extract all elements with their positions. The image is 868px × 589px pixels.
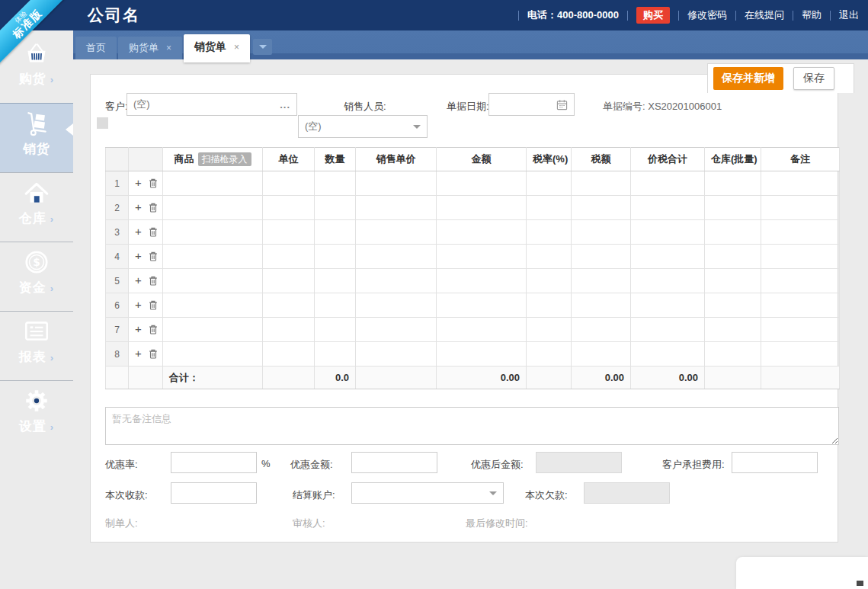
grid-cell[interactable] (437, 171, 527, 196)
corner-widget-panel[interactable] (736, 557, 868, 589)
close-tab-icon[interactable]: × (234, 42, 239, 53)
grid-cell[interactable] (761, 318, 840, 342)
grid-cell[interactable] (572, 293, 631, 318)
tab-list-dropdown[interactable] (253, 39, 272, 55)
sidebar-item-funds[interactable]: $资金› (0, 242, 73, 311)
add-row-icon[interactable]: + (135, 347, 142, 360)
grid-cell[interactable] (761, 342, 840, 367)
scan-gun-entry-button[interactable]: 扫描枪录入 (198, 152, 251, 166)
sidebar-item-reports[interactable]: 报表› (0, 311, 73, 380)
grid-cell[interactable] (263, 220, 315, 245)
grid-cell[interactable] (315, 220, 356, 245)
grid-cell[interactable] (705, 196, 761, 220)
grid-cell[interactable] (572, 342, 631, 367)
grid-cell[interactable] (315, 269, 356, 293)
add-row-icon[interactable]: + (135, 249, 142, 262)
sidebar-item-warehouse[interactable]: 仓库› (0, 172, 73, 242)
grid-cell[interactable] (356, 220, 437, 245)
discount-rate-input[interactable] (171, 452, 257, 473)
grid-cell[interactable] (527, 220, 572, 245)
grid-cell[interactable] (437, 245, 527, 269)
close-tab-icon[interactable]: × (166, 43, 171, 53)
grid-cell[interactable] (437, 318, 527, 342)
add-row-icon[interactable]: + (135, 322, 142, 335)
grid-cell[interactable] (163, 220, 263, 245)
received-input[interactable] (171, 482, 257, 504)
delete-row-icon[interactable] (149, 227, 158, 239)
grid-cell[interactable] (631, 293, 705, 318)
grid-cell[interactable] (356, 293, 437, 318)
grid-cell[interactable] (163, 245, 263, 269)
grid-cell[interactable] (163, 318, 263, 342)
add-row-icon[interactable]: + (135, 274, 142, 286)
grid-cell[interactable] (705, 293, 761, 318)
delete-row-icon[interactable] (149, 276, 158, 288)
grid-cell[interactable] (572, 269, 631, 293)
grid-cell[interactable] (437, 196, 527, 220)
grid-cell[interactable] (315, 245, 356, 269)
grid-cell[interactable] (527, 269, 572, 293)
add-row-icon[interactable]: + (135, 298, 142, 311)
grid-cell[interactable] (163, 269, 263, 293)
grid-cell[interactable] (705, 245, 761, 269)
grid-cell[interactable] (163, 342, 263, 367)
add-row-icon[interactable]: + (135, 225, 142, 238)
grid-cell[interactable] (572, 245, 631, 269)
widget-grip-icon[interactable] (857, 581, 863, 586)
grid-cell[interactable] (761, 293, 840, 318)
grid-cell[interactable] (263, 293, 315, 318)
grid-cell[interactable] (263, 171, 315, 196)
buy-button[interactable]: 购买 (636, 7, 670, 24)
grid-cell[interactable] (572, 220, 631, 245)
grid-cell[interactable] (315, 342, 356, 367)
grid-cell[interactable] (705, 342, 761, 367)
grid-cell[interactable] (631, 171, 705, 196)
sidebar-item-sales[interactable]: 销货 (0, 103, 73, 172)
document-date-input[interactable] (488, 93, 575, 116)
grid-cell[interactable] (631, 269, 705, 293)
add-row-icon[interactable]: + (135, 176, 142, 189)
grid-cell[interactable] (705, 171, 761, 196)
grid-cell[interactable] (356, 245, 437, 269)
grid-cell[interactable] (527, 342, 572, 367)
grid-cell[interactable] (527, 171, 572, 196)
grid-cell[interactable] (263, 196, 315, 220)
grid-cell[interactable] (356, 342, 437, 367)
grid-cell[interactable] (761, 269, 840, 293)
grid-cell[interactable] (263, 269, 315, 293)
grid-cell[interactable] (572, 196, 631, 220)
grid-cell[interactable] (527, 245, 572, 269)
grid-cell[interactable] (572, 171, 631, 196)
customer-fee-input[interactable] (732, 452, 818, 473)
save-and-new-button[interactable]: 保存并新增 (713, 67, 783, 90)
grid-cell[interactable] (631, 245, 705, 269)
delete-row-icon[interactable] (149, 251, 158, 264)
grid-cell[interactable] (631, 318, 705, 342)
delete-row-icon[interactable] (149, 349, 158, 361)
grid-cell[interactable] (437, 220, 527, 245)
topbar-link-online-support[interactable]: 在线提问 (745, 8, 784, 22)
topbar-link-change-password[interactable]: 修改密码 (687, 8, 727, 22)
save-button[interactable]: 保存 (793, 67, 834, 90)
grid-cell[interactable] (631, 220, 705, 245)
grid-cell[interactable] (437, 342, 527, 367)
topbar-link-help[interactable]: 帮助 (802, 8, 822, 22)
grid-cell[interactable] (263, 245, 315, 269)
grid-cell[interactable] (315, 196, 356, 220)
grid-cell[interactable] (315, 318, 356, 342)
grid-cell[interactable] (356, 269, 437, 293)
delete-row-icon[interactable] (149, 203, 158, 215)
grid-cell[interactable] (163, 171, 263, 196)
grid-cell[interactable] (631, 342, 705, 367)
grid-cell[interactable] (356, 171, 437, 196)
salesperson-dropdown[interactable]: (空) (298, 115, 428, 138)
grid-cell[interactable] (263, 342, 315, 367)
grid-cell[interactable] (705, 269, 761, 293)
tab-purchase-order[interactable]: 购货单× (118, 37, 182, 59)
customer-browse-button[interactable]: ... (280, 99, 290, 110)
sidebar-item-settings[interactable]: 设置› (0, 380, 73, 450)
topbar-link-logout[interactable]: 退出 (839, 8, 859, 22)
grid-cell[interactable] (263, 318, 315, 342)
grid-cell[interactable] (163, 293, 263, 318)
grid-cell[interactable] (761, 171, 840, 196)
